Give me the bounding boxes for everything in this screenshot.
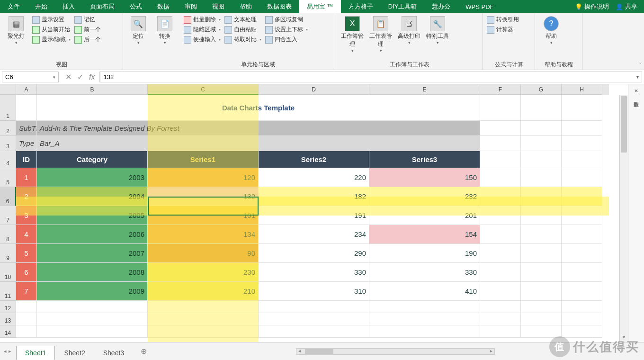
worksheet-mgmt-button[interactable]: 📋工作表管理▾ xyxy=(367,15,394,54)
advanced-print-button[interactable]: 🖨高级打印▾ xyxy=(396,15,422,46)
series1-cell[interactable]: 134 xyxy=(148,225,259,244)
row-header[interactable]: 10 xyxy=(0,263,16,282)
subscript-button[interactable]: 设置上下标▾ xyxy=(264,25,309,34)
cell[interactable] xyxy=(521,282,562,301)
menu-tab[interactable]: 页面布局 xyxy=(82,0,122,13)
cell[interactable] xyxy=(148,325,259,338)
compare-button[interactable]: 截取对比▾ xyxy=(224,35,262,44)
row-header[interactable]: 1 xyxy=(0,95,16,121)
cell[interactable] xyxy=(521,121,562,136)
series1-cell[interactable]: 230 xyxy=(148,263,259,282)
cell[interactable] xyxy=(521,168,562,187)
select-all-corner[interactable] xyxy=(0,84,16,95)
cell[interactable] xyxy=(259,313,369,325)
table-header[interactable]: Series2 xyxy=(259,151,369,168)
series1-cell[interactable]: 101 xyxy=(148,206,259,225)
category-cell[interactable]: 2004 xyxy=(37,187,148,206)
category-cell[interactable]: 2006 xyxy=(37,225,148,244)
series2-cell[interactable]: 330 xyxy=(259,263,369,282)
row-header[interactable]: 11 xyxy=(0,282,16,301)
cell[interactable] xyxy=(521,187,562,206)
cell[interactable] xyxy=(562,151,602,168)
series2-cell[interactable]: 220 xyxy=(259,168,369,187)
cell[interactable] xyxy=(562,263,602,282)
formula-input[interactable]: 132▾ xyxy=(100,72,642,82)
menu-tab[interactable]: 慧办公 xyxy=(424,0,458,13)
from-current-button[interactable]: 从当前开始 xyxy=(31,25,72,34)
series3-cell[interactable]: 190 xyxy=(369,244,480,263)
row-header[interactable]: 4 xyxy=(0,151,16,168)
id-cell[interactable]: 7 xyxy=(16,282,37,301)
cell[interactable] xyxy=(521,136,562,151)
cell[interactable] xyxy=(562,187,602,206)
series1-cell[interactable]: 132 xyxy=(148,187,259,206)
cell[interactable] xyxy=(369,301,480,313)
cell[interactable] xyxy=(521,95,562,121)
row-header[interactable]: 8 xyxy=(0,225,16,244)
cell[interactable] xyxy=(562,95,602,121)
cell[interactable] xyxy=(562,136,602,151)
fx-icon[interactable]: fx xyxy=(89,73,95,81)
series2-cell[interactable]: 191 xyxy=(259,206,369,225)
menu-tab[interactable]: 审阅 xyxy=(177,0,205,13)
cell[interactable] xyxy=(562,121,602,136)
menu-tab[interactable]: 视图 xyxy=(205,0,232,13)
cell[interactable] xyxy=(562,282,602,301)
workbook-mgmt-button[interactable]: X工作簿管理▾ xyxy=(339,15,366,54)
row-header[interactable]: 7 xyxy=(0,206,16,225)
menu-tab[interactable]: WPS PDF xyxy=(458,0,501,13)
cell[interactable] xyxy=(562,244,602,263)
sheet-tab[interactable]: Sheet3 xyxy=(94,346,133,360)
table-header[interactable]: Series1 xyxy=(148,151,259,168)
scroll-left-icon[interactable]: ◂ xyxy=(298,348,301,353)
spreadsheet-grid[interactable]: A B C D E F G H 1 Data Charts Template xyxy=(0,84,628,342)
id-cell[interactable]: 2 xyxy=(16,187,37,206)
expand-formula-icon[interactable]: ▾ xyxy=(636,74,639,80)
locate-button[interactable]: 🔍定位▾ xyxy=(126,15,151,46)
cell[interactable] xyxy=(480,313,521,325)
cell[interactable] xyxy=(521,206,562,225)
cell[interactable] xyxy=(16,313,37,325)
side-panel-collapsed[interactable]: « 数据图表 xyxy=(628,84,644,342)
scroll-thumb[interactable] xyxy=(305,349,333,354)
cell[interactable] xyxy=(37,313,148,325)
col-header[interactable]: G xyxy=(521,84,562,95)
series3-cell[interactable]: 150 xyxy=(369,168,480,187)
subtitle-label[interactable]: SubTi xyxy=(16,121,37,136)
memory-button[interactable]: 记忆 xyxy=(73,15,102,24)
row-header[interactable]: 9 xyxy=(0,244,16,263)
cell[interactable] xyxy=(521,151,562,168)
series1-cell[interactable]: 120 xyxy=(148,168,259,187)
series3-cell[interactable]: 201 xyxy=(369,206,480,225)
add-sheet-button[interactable]: ⊕ xyxy=(141,347,147,356)
cell[interactable] xyxy=(562,168,602,187)
menu-tab[interactable]: 插入 xyxy=(55,0,82,13)
cell[interactable] xyxy=(521,301,562,313)
calculator-button[interactable]: 计算器 xyxy=(486,25,520,34)
share-button[interactable]: 👤共享 xyxy=(616,2,637,11)
col-header[interactable]: B xyxy=(37,84,148,95)
category-cell[interactable]: 2007 xyxy=(37,244,148,263)
cell[interactable] xyxy=(480,244,521,263)
cell[interactable] xyxy=(521,244,562,263)
subtitle-cell[interactable]: Add-In & The Template Designed By Forres… xyxy=(37,121,480,136)
row-header[interactable]: 3 xyxy=(0,136,16,151)
chevron-down-icon[interactable]: ▾ xyxy=(53,75,55,80)
show-hide-button[interactable]: 显示/隐藏▾ xyxy=(31,35,72,44)
convert-ref-button[interactable]: 转换引用 xyxy=(486,15,520,24)
menu-tab[interactable]: 数据 xyxy=(150,0,177,13)
help-button[interactable]: ?帮助▾ xyxy=(538,15,564,46)
menu-tab[interactable]: DIY工具箱 xyxy=(381,0,425,13)
col-header[interactable]: D xyxy=(259,84,369,95)
cell[interactable] xyxy=(521,263,562,282)
row-header[interactable]: 2 xyxy=(0,121,16,136)
prev-button[interactable]: 前一个 xyxy=(73,25,102,34)
cell[interactable] xyxy=(562,301,602,313)
col-header[interactable]: E xyxy=(369,84,480,95)
confirm-icon[interactable]: ✓ xyxy=(77,72,83,81)
cell[interactable] xyxy=(562,313,602,325)
cell[interactable] xyxy=(369,313,480,325)
col-header[interactable]: F xyxy=(480,84,521,95)
series3-cell[interactable]: 232 xyxy=(369,187,480,206)
category-cell[interactable]: 2003 xyxy=(37,168,148,187)
